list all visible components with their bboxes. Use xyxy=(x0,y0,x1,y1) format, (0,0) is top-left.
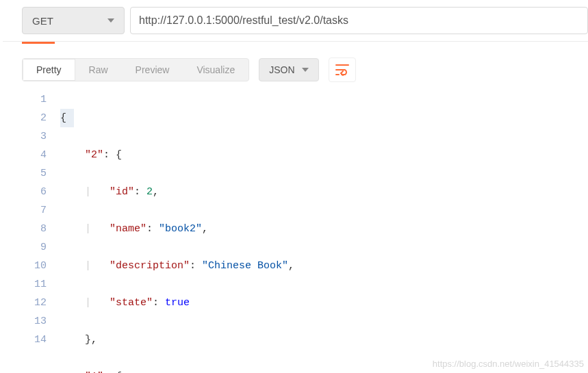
line-number: 4 xyxy=(22,146,47,164)
punct: , xyxy=(288,260,294,272)
line-number: 11 xyxy=(22,275,47,294)
punct: : { xyxy=(103,149,122,161)
json-string: "Chinese Book" xyxy=(202,260,288,272)
json-string: "book2" xyxy=(159,223,202,235)
json-key: "name" xyxy=(110,223,146,235)
line-number: 10 xyxy=(22,257,47,275)
line-number: 8 xyxy=(22,220,47,238)
json-key: "id" xyxy=(110,186,134,198)
wrap-lines-button[interactable] xyxy=(329,57,356,82)
chevron-down-icon xyxy=(302,68,309,72)
line-number: 6 xyxy=(22,183,47,201)
url-input[interactable] xyxy=(130,7,588,34)
line-number: 3 xyxy=(22,127,47,146)
line-number: 14 xyxy=(22,331,47,349)
punct: : xyxy=(146,223,159,235)
punct: , xyxy=(153,186,159,198)
punct: : xyxy=(134,186,146,198)
punct: : xyxy=(153,297,165,309)
line-number: 5 xyxy=(22,164,47,183)
response-body: 1 2 3 4 5 6 7 8 9 10 11 12 13 14 { "2": … xyxy=(3,88,588,373)
json-key: "state" xyxy=(110,297,153,309)
tab-visualize[interactable]: Visualize xyxy=(183,59,248,81)
chevron-down-icon xyxy=(107,18,114,23)
brace-open: { xyxy=(60,109,74,127)
json-key: "description" xyxy=(110,260,190,272)
watermark-text: https://blog.csdn.net/weixin_41544335 xyxy=(433,359,584,369)
json-bool: true xyxy=(165,297,190,309)
tab-pretty[interactable]: Pretty xyxy=(23,59,75,81)
line-number: 7 xyxy=(22,201,47,220)
format-select[interactable]: JSON xyxy=(259,58,318,81)
line-number: 12 xyxy=(22,294,47,312)
line-number-gutter: 1 2 3 4 5 6 7 8 9 10 11 12 13 14 xyxy=(22,90,60,373)
tab-raw[interactable]: Raw xyxy=(75,59,122,81)
line-number: 1 xyxy=(22,90,47,109)
request-row: GET xyxy=(3,0,588,42)
view-mode-tabs: Pretty Raw Preview Visualize xyxy=(22,58,249,81)
punct: : xyxy=(190,260,202,272)
http-method-select[interactable]: GET xyxy=(22,7,125,34)
line-number: 2 xyxy=(22,109,47,127)
json-key: "2" xyxy=(85,149,103,161)
json-number: 2 xyxy=(146,186,153,198)
line-number: 13 xyxy=(22,312,47,331)
http-method-label: GET xyxy=(32,15,53,27)
brace-close: }, xyxy=(85,334,97,346)
tab-preview[interactable]: Preview xyxy=(122,59,183,81)
format-select-label: JSON xyxy=(269,64,294,75)
punct: , xyxy=(202,223,208,235)
line-number: 9 xyxy=(22,238,47,257)
code-content[interactable]: { "2": { | "id": 2, | "name": "book2", |… xyxy=(60,90,294,373)
response-toolbar: Pretty Raw Preview Visualize JSON xyxy=(3,44,588,88)
wrap-icon xyxy=(335,64,349,76)
